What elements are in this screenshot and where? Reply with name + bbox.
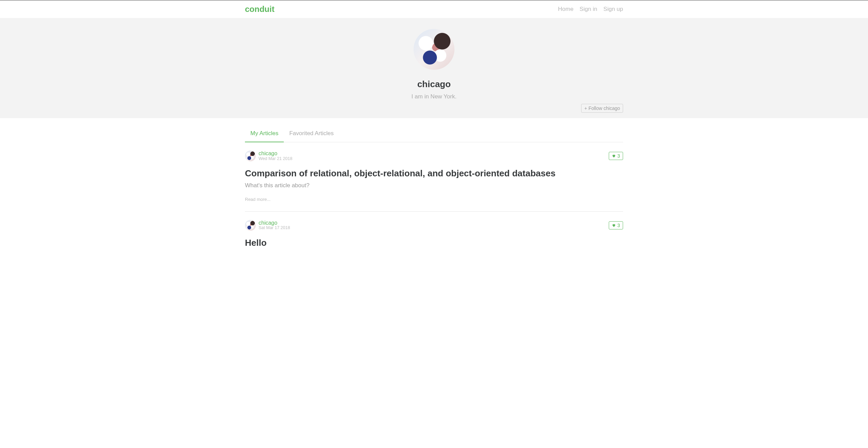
tab-favorited-articles-label: Favorited Articles — [284, 126, 339, 142]
article-preview: chicago Wed Mar 21 2018 3 Comparison of … — [245, 142, 623, 212]
author-link[interactable]: chicago — [259, 150, 292, 157]
profile-banner: chicago I am in New York. Follow chicago — [0, 18, 868, 118]
article-title: Comparison of relational, object-relatio… — [245, 167, 623, 180]
author-link[interactable]: chicago — [259, 220, 290, 226]
article-preview: chicago Sat Mar 17 2018 3 Hello — [245, 212, 623, 250]
article-title: Hello — [245, 236, 623, 250]
nav-signup[interactable]: Sign up — [603, 5, 623, 14]
profile-username: chicago — [0, 78, 868, 91]
article-date: Wed Mar 21 2018 — [259, 157, 292, 161]
brand-logo[interactable]: conduit — [245, 3, 275, 15]
heart-icon — [612, 154, 616, 158]
author-avatar[interactable] — [245, 150, 256, 161]
avatar-image — [245, 150, 256, 161]
tab-my-articles[interactable]: My Articles — [245, 126, 284, 142]
favorite-count: 3 — [617, 153, 620, 159]
article-date: Sat Mar 17 2018 — [259, 226, 290, 230]
heart-icon — [612, 223, 616, 227]
article-link[interactable]: Comparison of relational, object-relatio… — [245, 167, 623, 203]
nav-links: Home Sign in Sign up — [558, 5, 623, 14]
article-link[interactable]: Hello — [245, 236, 623, 250]
read-more: Read more... — [245, 197, 270, 202]
nav-home[interactable]: Home — [558, 5, 573, 14]
nav-signin[interactable]: Sign in — [579, 5, 597, 14]
avatar-image — [414, 29, 454, 70]
articles-tabs: My Articles Favorited Articles — [245, 126, 623, 143]
follow-button[interactable]: Follow chicago — [581, 104, 623, 113]
top-navbar: conduit Home Sign in Sign up — [0, 0, 868, 18]
avatar — [414, 29, 454, 70]
favorite-count: 3 — [617, 223, 620, 228]
profile-bio: I am in New York. — [357, 92, 511, 101]
follow-label: Follow chicago — [588, 106, 620, 111]
avatar-image — [245, 220, 256, 231]
article-description: What's this article about? — [245, 181, 623, 190]
plus-icon — [584, 106, 587, 111]
favorite-button[interactable]: 3 — [609, 152, 623, 160]
favorite-button[interactable]: 3 — [609, 221, 623, 229]
tab-my-articles-label: My Articles — [245, 126, 284, 143]
author-avatar[interactable] — [245, 220, 256, 231]
tab-favorited-articles[interactable]: Favorited Articles — [284, 126, 339, 142]
